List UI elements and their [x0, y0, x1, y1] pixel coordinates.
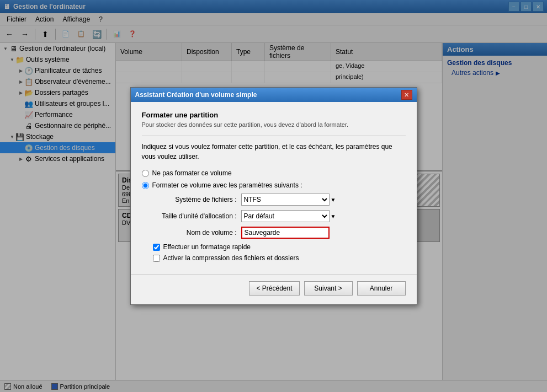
dialog-instruction: Indiquez si vous voulez formater cette p…: [142, 142, 406, 162]
dialog-title: Assistant Création d'un volume simple: [135, 91, 257, 99]
alloc-label: Taille d'unité d'allocation :: [142, 212, 241, 220]
dialog-buttons: < Précédent Suivant > Annuler: [131, 274, 417, 304]
radio-format[interactable]: [142, 182, 149, 189]
fs-dropdown-arrow: ▼: [331, 197, 336, 203]
dialog-divider: [142, 136, 406, 136]
checkbox-compression[interactable]: [153, 255, 160, 262]
checkbox-row-1: Effectuer un formatage rapide: [142, 243, 406, 251]
checkbox-quick-format[interactable]: [153, 244, 160, 251]
dialog-close-button[interactable]: ✕: [401, 90, 412, 100]
dialog: Assistant Création d'un volume simple ✕ …: [130, 87, 417, 305]
form-row-fs: Système de fichiers : NTFS FAT32 exFAT ▼: [142, 194, 406, 206]
alloc-dropdown-arrow: ▼: [331, 213, 336, 219]
dialog-section-desc: Pour stocker des données sur cette parti…: [142, 121, 406, 128]
fs-select[interactable]: NTFS FAT32 exFAT: [241, 194, 330, 206]
vol-name-input[interactable]: [241, 227, 330, 239]
radio-format-label: Formater ce volume avec les paramètres s…: [152, 181, 302, 189]
fs-label: Système de fichiers :: [142, 196, 241, 203]
radio-no-format[interactable]: [142, 170, 149, 177]
vol-name-label: Nom de volume :: [142, 229, 241, 237]
checkbox-quick-format-label: Effectuer un formatage rapide: [163, 243, 251, 251]
dialog-section-title: Formater une partition: [142, 111, 406, 119]
radio-no-format-label: Ne pas formater ce volume: [152, 169, 232, 177]
radio-row-1: Ne pas formater ce volume: [142, 169, 406, 177]
alloc-select[interactable]: Par défaut 512 1024 2048 4096: [241, 210, 330, 222]
form-row-alloc: Taille d'unité d'allocation : Par défaut…: [142, 210, 406, 222]
cancel-button[interactable]: Annuler: [357, 281, 406, 296]
back-button[interactable]: < Précédent: [249, 281, 299, 296]
checkbox-row-2: Activer la compression des fichiers et d…: [142, 254, 406, 262]
radio-row-2: Formater ce volume avec les paramètres s…: [142, 181, 406, 189]
dialog-content: Formater une partition Pour stocker des …: [131, 102, 417, 274]
next-button[interactable]: Suivant >: [304, 281, 353, 296]
dialog-title-bar: Assistant Création d'un volume simple ✕: [131, 88, 417, 102]
checkbox-compression-label: Activer la compression des fichiers et d…: [163, 254, 299, 262]
form-row-name: Nom de volume :: [142, 227, 406, 239]
modal-overlay: Assistant Création d'un volume simple ✕ …: [0, 0, 547, 392]
